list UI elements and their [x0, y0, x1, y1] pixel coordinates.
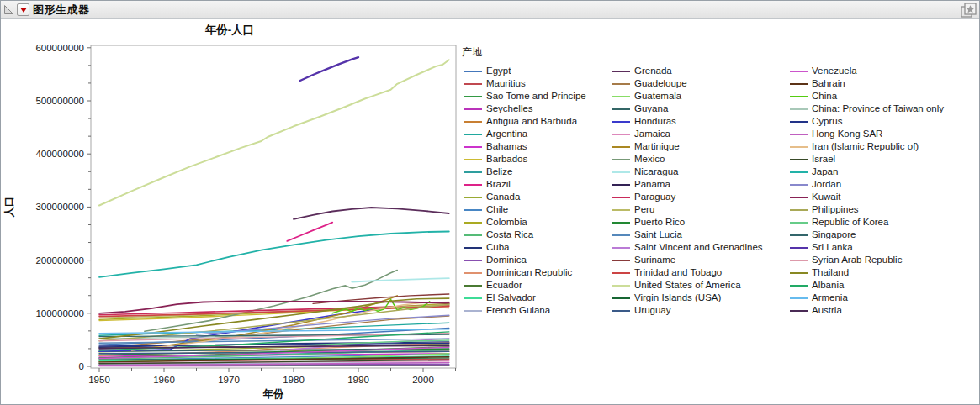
legend-label: Dominican Republic: [486, 266, 572, 279]
legend-item[interactable]: Austria: [790, 304, 944, 317]
report-star-icon[interactable]: [961, 3, 977, 18]
legend-item[interactable]: El Salvador: [464, 292, 586, 304]
legend-label: Belize: [486, 166, 512, 178]
legend-label: Singapore: [812, 229, 856, 241]
legend-swatch: [464, 234, 482, 236]
legend-item[interactable]: Guadeloupe: [612, 77, 763, 90]
legend-swatch: [612, 247, 630, 249]
legend-item[interactable]: Peru: [612, 203, 763, 216]
legend-swatch: [612, 184, 630, 186]
legend-label: Japan: [812, 166, 838, 178]
legend-label: Canada: [486, 191, 520, 203]
legend-item[interactable]: Chile: [464, 203, 586, 216]
legend-swatch: [790, 71, 808, 72]
window-title: 图形生成器: [33, 3, 90, 18]
legend-item[interactable]: Argentina: [464, 128, 586, 140]
legend-item[interactable]: Saint Vincent and Grenadines: [612, 241, 763, 254]
legend-item[interactable]: Belize: [464, 166, 586, 178]
legend-label: Hong Kong SAR: [812, 128, 882, 140]
legend-item[interactable]: Dominican Republic: [464, 266, 586, 279]
legend-item[interactable]: Paraguay: [612, 191, 763, 203]
legend-swatch: [612, 71, 630, 72]
legend-item[interactable]: Sri Lanka: [790, 241, 944, 254]
legend-item[interactable]: Cyprus: [790, 115, 944, 128]
legend-label: Austria: [812, 304, 842, 317]
legend-item[interactable]: Syrian Arab Republic: [790, 254, 944, 266]
legend-item[interactable]: Philippines: [790, 203, 944, 216]
legend-item[interactable]: Ecuador: [464, 279, 586, 292]
legend-label: Dominica: [486, 254, 527, 266]
legend-item[interactable]: Hong Kong SAR: [790, 128, 944, 140]
x-tick-label: 1970: [218, 375, 240, 385]
legend-item[interactable]: Iran (Islamic Republic of): [790, 140, 944, 153]
legend-swatch: [464, 71, 482, 72]
legend-item[interactable]: Virgin Islands (USA): [612, 292, 763, 304]
legend-item[interactable]: Panama: [612, 178, 763, 191]
legend-item[interactable]: French Guiana: [464, 304, 586, 317]
legend-swatch: [790, 272, 808, 274]
legend-label: Saint Vincent and Grenadines: [634, 241, 763, 254]
legend-swatch: [612, 96, 630, 97]
legend-label: Bahrain: [812, 77, 845, 90]
x-tick-label: 1950: [88, 375, 110, 385]
legend-label: Republic of Korea: [812, 216, 888, 229]
legend-item[interactable]: China: [790, 90, 944, 103]
red-triangle-menu-button[interactable]: [17, 3, 29, 16]
legend-label: Grenada: [634, 65, 672, 77]
legend-item[interactable]: Dominica: [464, 254, 586, 266]
legend-item[interactable]: Saint Lucia: [612, 229, 763, 241]
legend-item[interactable]: Cuba: [464, 241, 586, 254]
legend-item[interactable]: Kuwait: [790, 191, 944, 203]
legend-label: Iran (Islamic Republic of): [812, 140, 919, 153]
disclosure-triangle-icon[interactable]: [3, 4, 14, 15]
legend-item[interactable]: Martinique: [612, 140, 763, 153]
legend-item[interactable]: Colombia: [464, 216, 586, 229]
x-axis-label[interactable]: 年份: [262, 388, 285, 400]
legend-item[interactable]: Jordan: [790, 178, 944, 191]
legend-label: Suriname: [634, 254, 675, 266]
legend-swatch: [612, 134, 630, 135]
legend-item[interactable]: Brazil: [464, 178, 586, 191]
chart-plot-area[interactable]: 0100000000200000000300000000400000000500…: [1, 19, 459, 405]
legend-item[interactable]: Trinidad and Tobago: [612, 266, 763, 279]
legend-item[interactable]: Grenada: [612, 65, 763, 77]
legend-item[interactable]: Mexico: [612, 153, 763, 166]
legend-item[interactable]: United States of America: [612, 279, 763, 292]
legend-item[interactable]: Egypt: [464, 65, 586, 77]
legend-item[interactable]: Seychelles: [464, 103, 586, 115]
y-tick-label: 500000000: [35, 96, 84, 106]
legend-item[interactable]: Puerto Rico: [612, 216, 763, 229]
legend-item[interactable]: Guyana: [612, 103, 763, 115]
legend-item[interactable]: Canada: [464, 191, 586, 203]
legend-item[interactable]: Sao Tome and Principe: [464, 90, 586, 103]
legend-item[interactable]: Suriname: [612, 254, 763, 266]
legend-label: Venezuela: [812, 65, 857, 77]
legend-item[interactable]: Armenia: [790, 292, 944, 304]
legend-item[interactable]: Nicaragua: [612, 166, 763, 178]
legend-item[interactable]: Honduras: [612, 115, 763, 128]
legend-item[interactable]: Bahrain: [790, 77, 944, 90]
legend-label: Cuba: [486, 241, 510, 254]
legend-swatch: [612, 146, 630, 148]
legend-label: Antigua and Barbuda: [486, 115, 577, 128]
legend-item[interactable]: Uruguay: [612, 304, 763, 317]
y-axis-label[interactable]: 人口: [3, 197, 15, 218]
legend-item[interactable]: Israel: [790, 153, 944, 166]
legend-item[interactable]: Japan: [790, 166, 944, 178]
legend-item[interactable]: Guatemala: [612, 90, 763, 103]
legend-item[interactable]: Barbados: [464, 153, 586, 166]
legend-item[interactable]: Singapore: [790, 229, 944, 241]
legend-item[interactable]: Antigua and Barbuda: [464, 115, 586, 128]
legend-item[interactable]: Bahamas: [464, 140, 586, 153]
legend-item[interactable]: Republic of Korea: [790, 216, 944, 229]
legend-item[interactable]: Mauritius: [464, 77, 586, 90]
legend-item[interactable]: Thailand: [790, 266, 944, 279]
legend-item[interactable]: Venezuela: [790, 65, 944, 77]
legend-swatch: [612, 310, 630, 312]
legend-item[interactable]: China: Province of Taiwan only: [790, 103, 944, 115]
legend-item[interactable]: Jamaica: [612, 128, 763, 140]
legend-item[interactable]: Costa Rica: [464, 229, 586, 241]
legend-item[interactable]: Albania: [790, 279, 944, 292]
legend-swatch: [790, 285, 808, 287]
legend-swatch: [612, 285, 630, 287]
